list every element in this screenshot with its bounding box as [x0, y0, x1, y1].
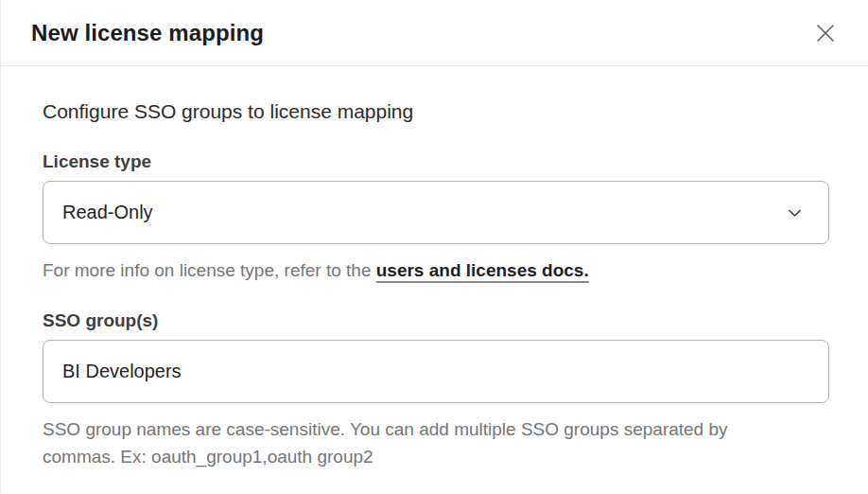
license-type-helper: For more info on license type, refer to … [43, 256, 829, 284]
license-type-label: License type [43, 151, 829, 172]
license-type-field: License type Read-Only For more info on … [43, 151, 829, 284]
modal-body: Configure SSO groups to license mapping … [1, 66, 868, 470]
form-heading: Configure SSO groups to license mapping [43, 100, 829, 123]
sso-groups-helper: SSO group names are case-sensitive. You … [43, 415, 750, 470]
license-type-select[interactable]: Read-Only [43, 181, 829, 244]
users-licenses-docs-link[interactable]: users and licenses docs. [376, 260, 589, 280]
license-type-helper-text: For more info on license type, refer to … [43, 260, 376, 280]
modal-header: New license mapping [1, 0, 868, 66]
sso-groups-label: SSO group(s) [43, 310, 829, 331]
license-type-selected-value: Read-Only [62, 202, 153, 223]
sso-groups-input[interactable] [43, 340, 829, 403]
sso-groups-field: SSO group(s) SSO group names are case-se… [43, 310, 829, 470]
modal-title: New license mapping [31, 20, 264, 46]
chevron-down-icon [788, 208, 802, 218]
new-license-mapping-modal: New license mapping Configure SSO groups… [0, 0, 868, 494]
close-icon [814, 22, 837, 44]
close-button[interactable] [810, 18, 841, 48]
